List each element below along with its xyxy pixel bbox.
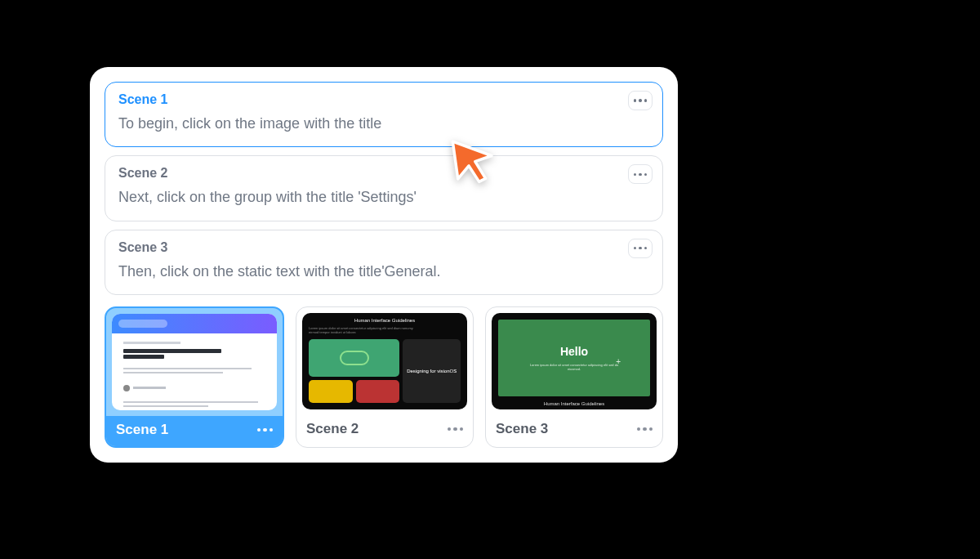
thumbnail-strip: Scene 1 Human Interface Guidelines Lorem…	[105, 306, 663, 448]
scene-card-3[interactable]: Scene 3 Then, click on the static text w…	[105, 230, 663, 295]
thumbnail-menu-icon[interactable]	[448, 427, 464, 432]
scene-card-1[interactable]: Scene 1 To begin, click on the image wit…	[105, 82, 663, 147]
thumbnail-preview: Hello Lorem ipsum dolor sit amet consect…	[492, 313, 657, 409]
preview-header: Human Interface Guidelines	[309, 318, 461, 323]
thumbnail-preview	[112, 314, 277, 410]
preview-tile-text: Designing for visionOS	[407, 369, 457, 373]
scene-title: Scene 1	[118, 92, 649, 107]
thumbnail-scene-3[interactable]: Hello Lorem ipsum dolor sit amet consect…	[485, 306, 663, 448]
vision-glasses-icon	[340, 351, 369, 365]
thumbnail-label: Scene 1	[116, 422, 168, 438]
thumbnail-scene-1[interactable]: Scene 1	[105, 306, 284, 448]
thumbnail-preview: Human Interface Guidelines Lorem ipsum d…	[302, 313, 467, 409]
scene-menu-button[interactable]	[628, 91, 653, 110]
scenes-panel: Scene 1 To begin, click on the image wit…	[90, 67, 678, 463]
scene-title: Scene 2	[118, 166, 649, 181]
thumbnail-label: Scene 3	[496, 421, 548, 437]
thumbnail-menu-icon[interactable]	[637, 427, 653, 432]
scene-description: Next, click on the group with the title …	[118, 187, 649, 207]
scene-description: To begin, click on the image with the ti…	[118, 114, 649, 133]
scene-menu-button[interactable]	[628, 164, 653, 184]
preview-hello-text: Hello	[560, 345, 588, 358]
thumbnail-label: Scene 2	[306, 421, 359, 437]
scene-description: Then, click on the static text with the …	[118, 262, 649, 281]
thumbnail-scene-2[interactable]: Human Interface Guidelines Lorem ipsum d…	[296, 306, 474, 448]
thumbnail-menu-icon[interactable]	[257, 428, 274, 432]
plus-cursor-icon: +	[616, 357, 621, 366]
scene-card-2[interactable]: Scene 2 Next, click on the group with th…	[105, 155, 663, 221]
preview-footer-text: Human Interface Guidelines	[492, 396, 657, 409]
scene-menu-button[interactable]	[628, 239, 653, 258]
scene-title: Scene 3	[118, 240, 649, 255]
